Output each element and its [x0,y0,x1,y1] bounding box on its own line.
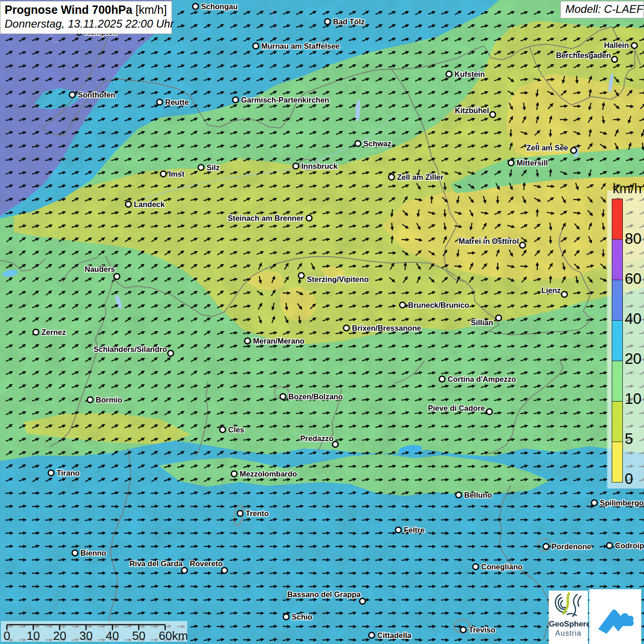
city-label: Feltre [404,526,425,534]
city-marker [280,394,286,399]
legend-tick-label: 80 [625,231,642,247]
city-marker [69,92,75,98]
city-marker [396,527,401,533]
city-marker [233,97,238,103]
city-marker [520,242,525,248]
city-label: Schlanders/Silandro [93,345,167,353]
city-marker [592,500,597,506]
legend-tick-label: 0 [625,471,633,487]
city-label: Tirano [57,469,80,477]
city-label: Berchtesgaden [556,51,611,59]
city-label: Sterzing/Vipiteno [307,275,368,283]
legend-tick-label: 60 [625,271,642,287]
city-marker [283,614,289,620]
scale-tick-label: 50 [132,629,145,642]
city-marker [632,43,637,48]
city-marker [168,351,173,356]
scale-tick-label: 40 [106,629,119,642]
model-box: Modell: C-LAEF [560,1,644,18]
legend-color-bar [612,199,623,483]
legend-tick-label: 20 [625,351,642,367]
city-marker [245,338,250,344]
city-label: Garmisch-Partenkirchen [241,96,329,104]
city-marker [306,215,312,221]
map-canvas: SchongauBad TölzKemptenMurnau am Staffel… [0,0,644,644]
legend-unit: km/h [613,181,644,196]
city-marker [231,471,237,477]
city-label: Kitzbühel [455,106,489,115]
city-label: Brixen/Bressanone [352,324,421,332]
city-marker [439,376,445,382]
city-label: Trento [246,509,269,518]
title-box: Prognose Wind 700hPa [km/h] Donnerstag, … [0,1,172,34]
map-scale-bar: 0102030405060km [1,621,187,642]
city-label: Bassano del Grappa [287,590,361,598]
city-label: Bruneck/Brunico [408,301,469,309]
city-marker [496,315,501,321]
wind-speed-legend: km/h 806040201050 [608,181,644,489]
city-marker [473,564,478,569]
city-marker [253,43,259,49]
city-marker [72,550,78,556]
title-text: Prognose Wind 700hPa [5,3,132,16]
mountain-cloud-logo [594,598,637,636]
scale-tick-label: 60km [159,629,187,642]
city-label: Bozen/Bolzano [288,392,343,401]
scale-ruler: 0102030405060km [1,621,187,642]
legend-segment [612,240,622,280]
scale-tick-label: 0 [4,629,10,642]
city-marker [487,409,492,414]
city-marker [293,163,299,169]
city-label: Kufstein [454,70,485,78]
city-marker [460,627,466,632]
city-marker [114,274,120,279]
city-label: Pordenone [552,542,591,551]
city-label: Pieve di Cadore [428,404,485,412]
city-label: Landeck [134,200,165,208]
city-label: Matrei in Osttirol [459,237,519,245]
city-label: Conegliano [481,563,523,571]
city-marker [126,201,131,207]
city-label: Codroipo [615,541,644,550]
city-label: Treviso [469,626,495,634]
city-label: Reutte [165,98,189,106]
city-label: Schongau [201,2,238,11]
city-marker [612,57,617,62]
city-label: Bienno [80,549,106,557]
city-label: Mezzolombardo [240,470,297,478]
city-label: Silz [207,163,219,172]
city-marker [355,141,361,146]
city-label: Riva del Garda [129,559,183,568]
scale-tick-label: 10 [27,629,40,642]
geosphere-wordmark: GeoSphere [549,620,588,629]
legend-tick-label: 5 [625,431,633,447]
city-label: Bormio [96,396,122,404]
city-marker [456,492,461,498]
geosphere-yellow-line [564,593,569,614]
wind-forecast-map: SchongauBad TölzKemptenMurnau am Staffel… [0,0,644,644]
city-label: Cittadella [377,631,412,639]
valid-time: Donnerstag, 13.11.2025 22:00 Uhr [5,17,169,30]
city-label: Hallein [604,41,629,49]
city-label: Mittersill [517,159,548,167]
city-label: Lienz [541,286,561,294]
city-label: Schwaz [363,139,391,148]
city-marker [33,329,39,335]
city-marker [543,544,549,549]
city-marker [87,397,93,402]
scale-tick-label: 20 [53,629,66,642]
title-unit: [km/h] [136,3,167,16]
legend-segment [612,442,622,482]
city-label: Zell am See [526,144,568,152]
city-label: Zernez [41,328,66,336]
city-label: Innsbruck [301,162,338,170]
city-marker [198,165,204,170]
city-marker [490,112,495,117]
geosphere-austria-logo: GeoSphere Austria [549,591,588,644]
city-label: Murnau am Staffelsee [261,42,340,50]
city-label: Sonthofen [78,91,115,99]
map-title: Prognose Wind 700hPa [km/h] [5,3,169,17]
city-marker [344,325,349,331]
city-label: Meran/Merano [253,337,305,345]
city-marker [182,568,187,573]
